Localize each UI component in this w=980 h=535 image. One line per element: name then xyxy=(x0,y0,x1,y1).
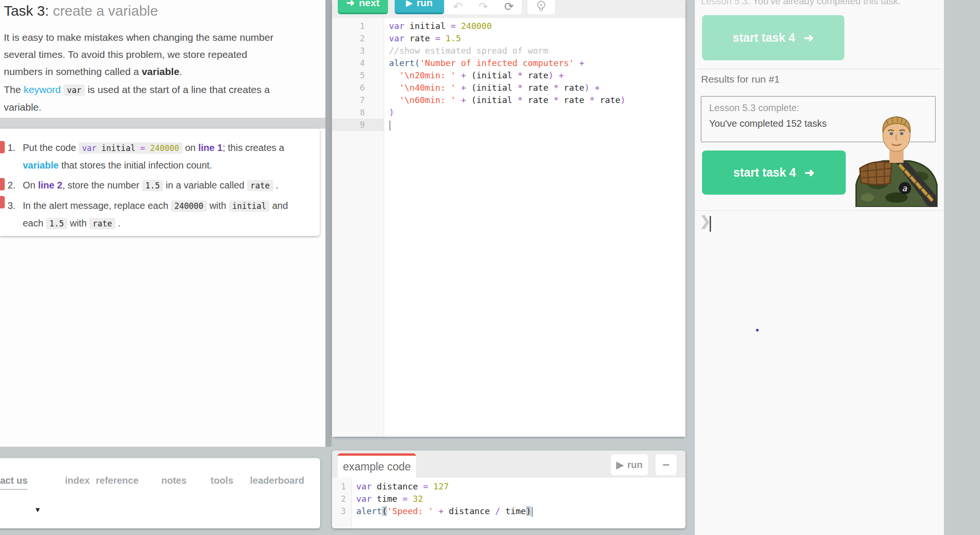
edit-history-button-group: ↶ ↷ ⟳ xyxy=(445,0,522,14)
run-button-label: run xyxy=(416,0,433,9)
reset-code-button[interactable]: ⟳ xyxy=(496,0,522,14)
task-number: Task 3: xyxy=(4,3,49,19)
footer-nav-panel: contact us index reference notes tools l… xyxy=(0,458,320,528)
step-number: 2. xyxy=(8,177,16,194)
completed-text: You've already completed this task. xyxy=(750,0,900,6)
tab-label: example code xyxy=(343,460,411,473)
svg-text:a: a xyxy=(902,183,907,193)
task-name: create a variable xyxy=(49,3,158,19)
console-divider xyxy=(695,210,944,211)
step-number: 1. xyxy=(8,139,16,156)
next-button[interactable]: ➜next xyxy=(338,0,388,14)
code-editor-panel: ➜next ▶run ↶ ↷ ⟳ 123456789 var initial =… xyxy=(332,0,685,437)
redo-icon: ↷ xyxy=(479,0,488,13)
console-prompt-icon: ❯ xyxy=(700,213,711,229)
line-number-gutter: 123 xyxy=(332,478,352,528)
code-lines[interactable]: var distance = 127var time = 32alert('Sp… xyxy=(352,478,685,517)
start-task-4-button-disabled: start task 4➜ xyxy=(702,15,844,60)
footer-tab-notes[interactable]: notes xyxy=(161,475,186,486)
footer-tab-reference[interactable]: reference xyxy=(96,475,139,486)
completed-task-overlay: Lesson 5.3: You've already completed thi… xyxy=(695,0,944,69)
step-text: In the alert message, replace each 24000… xyxy=(23,200,288,228)
tab-example-code[interactable]: example code xyxy=(338,453,416,478)
section-divider xyxy=(697,69,941,69)
task-paragraph: It is easy to make mistakes when changin… xyxy=(4,29,317,80)
instruction-step-2: 2. On line 2, store the number 1.5 in a … xyxy=(0,177,320,194)
footer-tab-tools[interactable]: tools xyxy=(211,475,233,486)
button-label: start task 4 xyxy=(733,31,795,45)
avatar-soldier: a xyxy=(849,113,944,207)
console-cursor[interactable] xyxy=(710,216,711,232)
task-description-panel: Task 3: create a variable It is easy to … xyxy=(0,0,325,118)
completed-task-message: Lesson 5.3: You've already completed thi… xyxy=(701,0,901,7)
undo-button[interactable]: ↶ xyxy=(445,0,471,14)
step-text: On line 2, store the number 1.5 in a var… xyxy=(23,180,278,190)
next-button-label: next xyxy=(359,0,379,9)
results-heading: Results for run #1 xyxy=(701,74,780,85)
button-label: start task 4 xyxy=(733,166,796,179)
task-instructions-panel: 1. Put the code var initial = 240000 on … xyxy=(0,129,325,447)
redo-button[interactable]: ↷ xyxy=(471,0,496,14)
dropdown-caret-icon[interactable]: ▼ xyxy=(34,506,41,514)
play-icon: ▶ xyxy=(616,459,623,470)
hint-button[interactable] xyxy=(527,0,555,14)
code-lines[interactable]: var initial = 240000var rate = 1.5//show… xyxy=(385,18,685,131)
instruction-card: 1. Put the code var initial = 240000 on … xyxy=(0,129,320,236)
page-title: Task 3: create a variable xyxy=(4,3,158,19)
task-paragraph: The keyword var is used at the start of … xyxy=(4,81,317,116)
app-window: Task 3: create a variable It is easy to … xyxy=(0,0,980,535)
step-text: Put the code var initial = 240000 on lin… xyxy=(23,142,284,170)
refresh-icon: ⟳ xyxy=(504,0,514,13)
minus-icon: − xyxy=(662,458,669,472)
instruction-step-1: 1. Put the code var initial = 240000 on … xyxy=(0,139,320,174)
instruction-step-3: 3. In the alert message, replace each 24… xyxy=(0,197,320,232)
play-icon: ▶ xyxy=(406,0,412,8)
start-task-4-button[interactable]: start task 4➜ xyxy=(702,150,846,195)
example-panel-header: example code ▶run − xyxy=(332,451,685,478)
panel-divider xyxy=(0,118,325,129)
example-run-label: run xyxy=(628,460,643,470)
arrow-right-icon: ➜ xyxy=(804,31,814,45)
line-number-gutter: 123456789 xyxy=(332,18,384,437)
left-panel-scrollbar[interactable] xyxy=(325,0,332,447)
footer-tab-contact-us[interactable]: contact us xyxy=(0,475,28,490)
lesson-label: Lesson 5.3: xyxy=(701,0,750,6)
arrow-right-icon: ➜ xyxy=(804,166,814,179)
results-panel: Lesson 5.3: You've already completed thi… xyxy=(695,0,944,535)
example-code-panel: example code ▶run − 123 var distance = 1… xyxy=(332,451,685,528)
tasks-completed-count: You've completed 152 tasks xyxy=(709,118,827,129)
code-editor[interactable]: 123456789 var initial = 240000var rate =… xyxy=(332,18,685,437)
collapse-panel-button[interactable]: − xyxy=(656,454,676,475)
editor-toolbar: ➜next ▶run ↶ ↷ ⟳ xyxy=(332,0,685,18)
lightbulb-icon xyxy=(536,0,546,13)
arrow-right-icon: ➜ xyxy=(346,0,355,9)
footer-tab-index[interactable]: index xyxy=(65,475,90,486)
example-run-button[interactable]: ▶run xyxy=(611,454,648,475)
lesson-complete-label: Lesson 5.3 complete: xyxy=(709,103,799,113)
run-button[interactable]: ▶run xyxy=(395,0,444,14)
undo-icon: ↶ xyxy=(453,0,462,13)
example-code-editor[interactable]: 123 var distance = 127var time = 32alert… xyxy=(332,478,685,528)
console-blue-dot xyxy=(756,329,758,331)
footer-tab-leaderboard[interactable]: leaderboard xyxy=(250,475,304,486)
step-number: 3. xyxy=(8,197,16,214)
